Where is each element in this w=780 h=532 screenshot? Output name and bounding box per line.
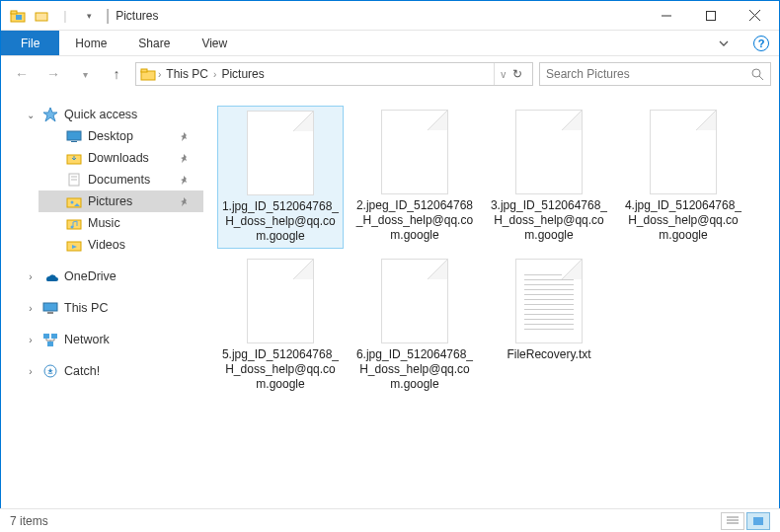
quick-access-toolbar: | ▾ <box>3 5 100 27</box>
search-box[interactable] <box>539 62 771 86</box>
ribbon: File Home Share View ? <box>1 31 779 56</box>
sidebar-item-videos[interactable]: Videos <box>39 234 203 256</box>
sidebar-item-documents[interactable]: Documents <box>39 169 203 190</box>
chevron-right-icon[interactable]: › <box>25 271 37 282</box>
thispc-icon <box>42 300 58 316</box>
svg-rect-27 <box>43 334 49 339</box>
tab-view[interactable]: View <box>186 31 243 55</box>
svg-rect-34 <box>753 517 763 525</box>
chevron-right-icon[interactable]: › <box>25 303 37 314</box>
file-thumbnail <box>515 110 583 194</box>
breadcrumb-item[interactable]: This PC <box>163 67 211 81</box>
item-count: 7 items <box>10 514 48 528</box>
pin-icon <box>179 131 190 142</box>
search-input[interactable] <box>546 67 744 81</box>
refresh-button[interactable]: v ↻ <box>494 63 528 85</box>
chevron-right-icon[interactable]: › <box>158 69 161 80</box>
svg-rect-14 <box>71 141 77 142</box>
svg-rect-5 <box>706 11 715 20</box>
breadcrumb-item[interactable]: Pictures <box>218 67 267 81</box>
file-item[interactable]: 4.jpg_ID_512064768_H_doss_help@qq.com.go… <box>620 106 746 249</box>
file-name: FileRecovery.txt <box>488 347 610 362</box>
videos-icon <box>66 237 82 253</box>
sidebar-item-pictures[interactable]: Pictures <box>39 190 203 212</box>
file-thumbnail <box>381 110 448 194</box>
file-item[interactable]: FileRecovery.txt <box>486 255 612 396</box>
status-bar: 7 items <box>0 508 780 532</box>
minimize-button[interactable] <box>644 1 688 30</box>
chevron-down-icon[interactable]: ⌄ <box>25 110 37 120</box>
window-title: Pictures <box>116 9 158 23</box>
pin-icon <box>179 196 190 207</box>
svg-rect-1 <box>11 11 17 14</box>
quick-access-header[interactable]: ⌄ Quick access <box>11 104 203 125</box>
documents-icon <box>66 172 82 188</box>
svg-rect-3 <box>36 13 47 21</box>
sidebar-item-network[interactable]: ›Network <box>11 329 203 350</box>
svg-rect-25 <box>43 303 57 311</box>
file-tab[interactable]: File <box>1 31 59 55</box>
file-name: 2.jpeg_ID_512064768_H_doss_help@qq.com.g… <box>353 198 476 243</box>
tab-home[interactable]: Home <box>59 31 122 55</box>
qat-divider: | <box>54 5 76 27</box>
file-grid[interactable]: 1.jpg_ID_512064768_H_doss_help@qq.com.go… <box>203 92 779 506</box>
pin-icon <box>179 175 190 186</box>
recent-dropdown[interactable]: ▾ <box>72 61 98 87</box>
sidebar-item-label: Network <box>64 333 110 346</box>
file-thumbnail <box>247 111 314 195</box>
chevron-right-icon[interactable]: › <box>25 335 37 345</box>
file-item[interactable]: 5.jpg_ID_512064768_H_doss_help@qq.com.go… <box>217 255 344 396</box>
sidebar-item-label: Videos <box>88 238 125 252</box>
file-thumbnail <box>515 259 583 343</box>
sidebar-item-label: Music <box>88 216 120 230</box>
file-thumbnail <box>247 259 314 343</box>
file-name: 3.jpg_ID_512064768_H_doss_help@qq.com.go… <box>488 198 610 243</box>
sidebar-item-label: This PC <box>64 301 108 315</box>
svg-marker-12 <box>43 108 57 121</box>
sidebar-item-label: OneDrive <box>64 269 117 283</box>
search-icon[interactable] <box>750 67 764 81</box>
sidebar-item-music[interactable]: Music <box>39 212 203 234</box>
chevron-right-icon[interactable]: › <box>213 69 216 80</box>
star-icon <box>42 107 58 122</box>
explorer-icon <box>7 5 29 27</box>
qat-dropdown[interactable]: ▾ <box>78 5 100 27</box>
thumbnails-view-button[interactable] <box>746 512 770 530</box>
ribbon-expand-button[interactable] <box>704 31 743 55</box>
svg-rect-13 <box>67 131 81 140</box>
folder-icon <box>140 66 156 82</box>
back-button[interactable]: ← <box>9 61 35 87</box>
sidebar-item-label: Catch! <box>64 364 100 378</box>
folder-icon[interactable] <box>31 5 52 27</box>
pictures-icon <box>66 193 82 209</box>
file-name: 5.jpg_ID_512064768_H_doss_help@qq.com.go… <box>219 347 342 392</box>
up-button[interactable]: ↑ <box>104 61 129 87</box>
catch-icon <box>42 363 58 379</box>
file-item[interactable]: 3.jpg_ID_512064768_H_doss_help@qq.com.go… <box>486 106 612 249</box>
sidebar-item-onedrive[interactable]: ›OneDrive <box>11 266 203 287</box>
sidebar-item-label: Downloads <box>88 151 149 165</box>
details-view-button[interactable] <box>721 512 744 530</box>
svg-rect-26 <box>47 312 53 314</box>
file-item[interactable]: 2.jpeg_ID_512064768_H_doss_help@qq.com.g… <box>351 106 478 249</box>
file-item[interactable]: 1.jpg_ID_512064768_H_doss_help@qq.com.go… <box>217 106 344 249</box>
sidebar-item-downloads[interactable]: Downloads <box>39 147 203 169</box>
close-button[interactable] <box>733 1 777 30</box>
chevron-right-icon[interactable]: › <box>25 366 37 377</box>
maximize-button[interactable] <box>688 1 733 30</box>
network-icon <box>42 332 58 347</box>
svg-rect-9 <box>141 69 147 72</box>
sidebar-item-desktop[interactable]: Desktop <box>39 125 203 147</box>
sidebar-item-catch[interactable]: ›Catch! <box>11 360 203 382</box>
svg-line-11 <box>759 76 763 80</box>
svg-point-10 <box>752 69 760 77</box>
forward-button[interactable]: → <box>40 61 66 87</box>
tab-share[interactable]: Share <box>122 31 186 55</box>
music-icon <box>66 215 82 231</box>
breadcrumb[interactable]: › This PC › Pictures v ↻ <box>135 62 533 86</box>
file-thumbnail <box>650 110 717 194</box>
desktop-icon <box>66 128 82 144</box>
file-item[interactable]: 6.jpg_ID_512064768_H_doss_help@qq.com.go… <box>351 255 478 396</box>
help-button[interactable]: ? <box>753 36 769 51</box>
sidebar-item-thispc[interactable]: ›This PC <box>11 297 203 319</box>
